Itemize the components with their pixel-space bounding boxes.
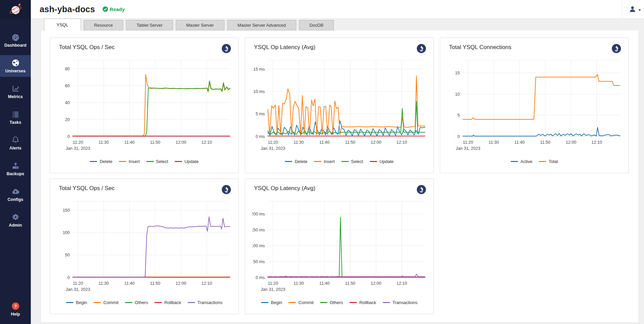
svg-text:200 ms: 200 ms bbox=[252, 212, 265, 216]
list-icon bbox=[11, 110, 20, 119]
metrics-tabstrip: YSQLResourceTablet ServerMaster ServerMa… bbox=[31, 19, 644, 30]
svg-text:11:50: 11:50 bbox=[150, 140, 160, 145]
prometheus-icon[interactable] bbox=[222, 44, 231, 53]
tab-tablet-server[interactable]: Tablet Server bbox=[126, 20, 173, 30]
legend-item-delete[interactable]: Delete bbox=[285, 159, 307, 164]
backup-icon bbox=[11, 161, 20, 170]
legend-item-insert[interactable]: Insert bbox=[119, 159, 140, 164]
legend-swatch bbox=[90, 161, 97, 162]
legend-item-begin[interactable]: Begin bbox=[261, 300, 282, 305]
svg-text:11:20: 11:20 bbox=[73, 281, 83, 286]
svg-text:12:10: 12:10 bbox=[201, 281, 212, 286]
svg-text:11:30: 11:30 bbox=[99, 140, 109, 145]
svg-text:Jan 31, 2023: Jan 31, 2023 bbox=[66, 146, 90, 151]
legend-label: Begin bbox=[76, 300, 87, 305]
sidebar-item-label: Admin bbox=[9, 223, 22, 228]
legend-item-others[interactable]: Others bbox=[125, 300, 148, 305]
chart-legend: BeginCommitOthersRollbackTransactions bbox=[50, 300, 238, 305]
legend-item-transactions[interactable]: Transactions bbox=[188, 300, 222, 305]
legend-item-insert[interactable]: Insert bbox=[314, 159, 335, 164]
tab-master-server[interactable]: Master Server bbox=[176, 20, 224, 30]
legend-swatch bbox=[93, 302, 101, 303]
chart-legend: DeleteInsertSelectUpdate bbox=[245, 159, 433, 164]
legend-swatch bbox=[370, 161, 377, 162]
svg-text:0: 0 bbox=[67, 275, 70, 280]
legend-item-rollback[interactable]: Rollback bbox=[349, 300, 376, 305]
legend-item-select[interactable]: Select bbox=[341, 159, 363, 164]
legend-swatch bbox=[154, 302, 162, 303]
prometheus-icon[interactable] bbox=[612, 44, 621, 53]
legend-item-begin[interactable]: Begin bbox=[66, 300, 87, 305]
sidebar-item-dashboard[interactable]: Dashboard bbox=[0, 29, 31, 51]
sidebar-item-label: Configs bbox=[7, 197, 23, 202]
yugabyte-logo[interactable] bbox=[0, 0, 31, 19]
legend-swatch bbox=[349, 302, 357, 303]
globe-icon bbox=[11, 59, 20, 67]
cloudup-icon bbox=[11, 187, 20, 196]
sidebar-item-tasks[interactable]: Tasks bbox=[0, 107, 31, 128]
svg-text:12:00: 12:00 bbox=[371, 281, 381, 286]
prometheus-icon[interactable] bbox=[417, 44, 426, 53]
user-icon[interactable] bbox=[628, 5, 637, 13]
legend-item-total[interactable]: Total bbox=[539, 159, 558, 164]
tab-resource[interactable]: Resource bbox=[84, 20, 124, 30]
legend-label: Rollback bbox=[164, 300, 181, 305]
legend-swatch bbox=[66, 302, 73, 303]
chevron-down-icon[interactable]: ▾ bbox=[639, 8, 641, 12]
sidebar-item-label: Help bbox=[11, 312, 20, 317]
legend-swatch bbox=[341, 161, 349, 162]
svg-text:0: 0 bbox=[457, 134, 460, 139]
prometheus-icon[interactable] bbox=[222, 185, 231, 194]
legend-item-commit[interactable]: Commit bbox=[288, 300, 314, 305]
status-badge: Ready bbox=[103, 6, 125, 12]
header-right: ▾ bbox=[622, 0, 641, 19]
sidebar-nav: DashboardUniversesMetricsTasksAlertsBack… bbox=[0, 19, 31, 233]
chart-plot: 0 ms50 ms100 ms150 ms200 ms11:2011:3011:… bbox=[245, 194, 433, 295]
chart-icon bbox=[11, 84, 20, 93]
chart-legend: DeleteInsertSelectUpdate bbox=[50, 159, 238, 164]
sidebar-item-universes[interactable]: Universes bbox=[0, 55, 31, 77]
chart-title: YSQL Op Latency (Avg) bbox=[254, 44, 315, 51]
help-icon: ? bbox=[11, 302, 20, 310]
legend-item-commit[interactable]: Commit bbox=[93, 300, 119, 305]
legend-label: Update bbox=[380, 159, 394, 164]
sidebar-item-alerts[interactable]: Alerts bbox=[0, 132, 31, 154]
legend-item-update[interactable]: Update bbox=[370, 159, 394, 164]
svg-text:5 ms: 5 ms bbox=[256, 112, 265, 116]
chart-card-total-ysql-ops: Total YSQL Ops / Sec 02040608011:2011:30… bbox=[50, 38, 239, 173]
prometheus-icon[interactable] bbox=[417, 185, 426, 194]
sidebar-item-admin[interactable]: Admin bbox=[0, 209, 31, 231]
svg-text:50 ms: 50 ms bbox=[253, 259, 265, 264]
tab-master-server-advanced[interactable]: Master Server Advanced bbox=[227, 20, 296, 30]
legend-item-select[interactable]: Select bbox=[146, 159, 168, 164]
legend-swatch bbox=[314, 161, 321, 162]
tab-ysql[interactable]: YSQL bbox=[44, 19, 81, 30]
svg-text:5: 5 bbox=[457, 113, 460, 118]
sidebar-item-metrics[interactable]: Metrics bbox=[0, 81, 31, 102]
legend-item-others[interactable]: Others bbox=[320, 300, 343, 305]
legend-item-rollback[interactable]: Rollback bbox=[154, 300, 181, 305]
svg-text:Jan 31, 2023: Jan 31, 2023 bbox=[456, 146, 480, 151]
legend-swatch bbox=[539, 161, 546, 162]
chart-card-total-ysql-connections: Total YSQL Connections 05101511:2011:301… bbox=[440, 38, 629, 173]
legend-label: Update bbox=[185, 159, 199, 164]
svg-text:11:30: 11:30 bbox=[489, 140, 499, 145]
gear-icon bbox=[11, 213, 20, 222]
sidebar-item-configs[interactable]: Configs bbox=[0, 184, 31, 205]
sidebar-item-backups[interactable]: Backups bbox=[0, 158, 31, 180]
svg-text:11:40: 11:40 bbox=[319, 281, 329, 286]
sidebar-item-label: Backups bbox=[6, 171, 24, 176]
legend-item-transactions[interactable]: Transactions bbox=[383, 300, 417, 305]
legend-item-update[interactable]: Update bbox=[175, 159, 199, 164]
legend-item-active[interactable]: Active bbox=[511, 159, 532, 164]
chart-plot: 02040608011:2011:3011:4011:5012:0012:10J… bbox=[50, 53, 238, 154]
tab-docdb[interactable]: DocDB bbox=[299, 20, 334, 30]
sidebar-item-help[interactable]: ?Help bbox=[0, 298, 31, 320]
content: YSQLResourceTablet ServerMaster ServerMa… bbox=[31, 19, 644, 324]
chart-title: Total YSQL Connections bbox=[449, 44, 511, 51]
chart-title: Total YSQL Ops / Sec bbox=[59, 185, 114, 192]
svg-text:12:00: 12:00 bbox=[371, 140, 381, 145]
legend-swatch bbox=[320, 302, 327, 303]
legend-item-delete[interactable]: Delete bbox=[90, 159, 112, 164]
legend-swatch bbox=[125, 302, 132, 303]
